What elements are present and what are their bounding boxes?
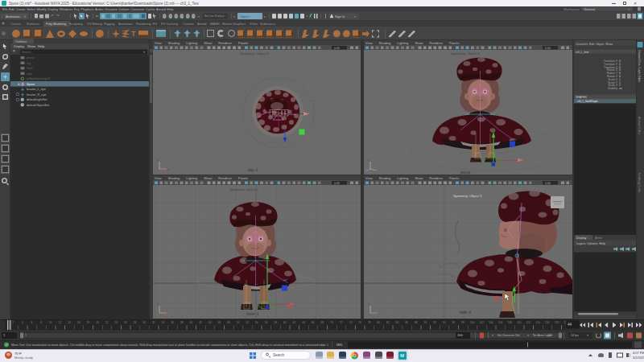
svg-text:persp: persp <box>460 171 471 175</box>
svg-text:Symmetry: Object X: Symmetry: Object X <box>240 51 269 56</box>
svg-text:x: x <box>167 168 169 171</box>
svg-text:Symmetry: Object X: Symmetry: Object X <box>453 194 482 198</box>
svg-text:Symmetry: Object X: Symmetry: Object X <box>229 187 258 191</box>
svg-text:front -1: front -1 <box>246 312 259 316</box>
svg-text:top -1: top -1 <box>248 168 258 172</box>
svg-text:y: y <box>368 302 369 306</box>
svg-text:z: z <box>157 158 159 162</box>
svg-text:side -1: side -1 <box>460 311 472 315</box>
svg-text:y: y <box>157 302 159 306</box>
svg-text:y: y <box>368 158 369 162</box>
svg-text:Symmetry: Object X: Symmetry: Object X <box>451 51 480 56</box>
